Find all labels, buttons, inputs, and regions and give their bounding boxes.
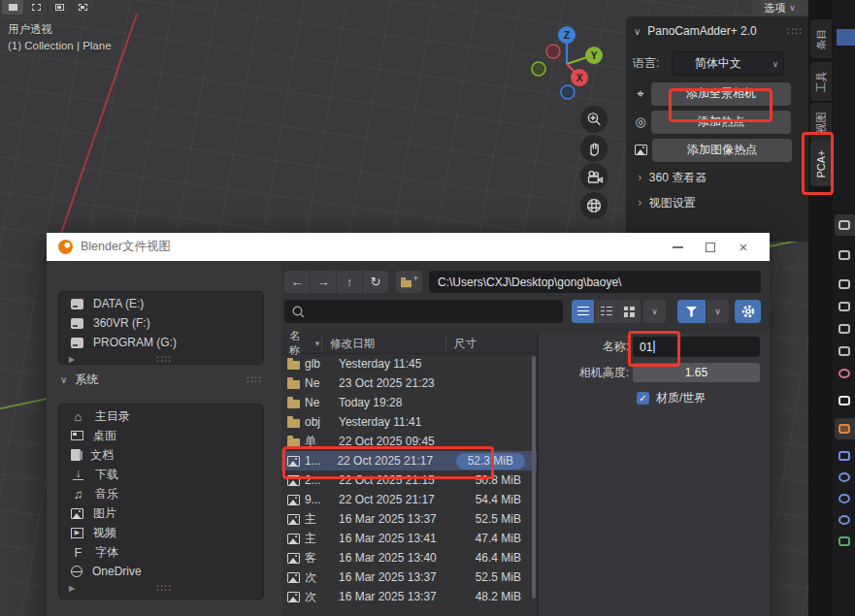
particles-icon[interactable]: [839, 472, 850, 482]
filter-button[interactable]: [677, 300, 706, 323]
file-row[interactable]: 9...22 Oct 2025 21:1754.4 MiB: [281, 490, 539, 509]
add-image-hotspot-button[interactable]: 添加图像热点: [652, 139, 792, 162]
dialog-titlebar[interactable]: Blender文件视图 ×: [47, 233, 770, 261]
sidebar-item-音乐[interactable]: ♫音乐: [59, 484, 263, 503]
sidebar-tab-视图[interactable]: 视图: [810, 103, 832, 142]
file-row[interactable]: NeToday 19:28: [281, 393, 539, 412]
panel-header[interactable]: ∨ PanoCamAdder+ 2.0 ∷∷: [626, 16, 808, 44]
file-name: 次: [305, 569, 334, 586]
properties-editor-strip: [833, 0, 855, 616]
volume-item[interactable]: PROGRAM (G:): [59, 333, 263, 352]
path-input[interactable]: C:\Users\CXJ\Desktop\gong\baoye\: [429, 271, 761, 293]
data-icon[interactable]: [839, 536, 850, 546]
object-icon[interactable]: [839, 424, 850, 434]
volume-item[interactable]: 360VR (F:): [59, 313, 263, 333]
ortho-perspective-button[interactable]: [580, 192, 608, 219]
file-row[interactable]: 2...22 Oct 2025 21:1550.8 MiB: [281, 470, 539, 490]
sidebar-tab-条目[interactable]: 条目: [810, 19, 832, 58]
display-settings-dropdown[interactable]: ∨: [643, 300, 666, 323]
search-input[interactable]: [284, 300, 563, 323]
options-dropdown-button[interactable]: 选项 ∨: [752, 0, 807, 16]
select-mode-extend-button[interactable]: [25, 0, 47, 15]
name-input[interactable]: 01: [633, 337, 760, 357]
display-thumbnails-button[interactable]: [618, 300, 641, 323]
subpanel-view-settings[interactable]: ›视图设置: [638, 193, 808, 212]
refresh-button[interactable]: ↻: [363, 271, 388, 293]
display-horizontal-list-button[interactable]: [595, 300, 617, 323]
scene-icon[interactable]: [839, 346, 850, 356]
column-name[interactable]: 名称▼: [281, 337, 322, 350]
view-layer-icon[interactable]: [839, 324, 850, 334]
forward-button[interactable]: →: [311, 271, 336, 293]
refresh-icon: ↻: [371, 275, 381, 289]
pan-button[interactable]: [580, 135, 608, 162]
add-pano-camera-button[interactable]: 添加全景相机: [651, 82, 791, 106]
modifiers-icon[interactable]: [839, 451, 850, 461]
system-expander[interactable]: ▶ ∷∷: [59, 581, 263, 595]
sidebar-tab-pca+[interactable]: PCA+: [810, 141, 832, 186]
select-mode-subtract-button[interactable]: [49, 0, 70, 15]
sidebar-item-图片[interactable]: 图片: [59, 503, 263, 523]
sidebar-item-文档[interactable]: 文档: [59, 445, 263, 465]
file-row[interactable]: objYesterday 11:41: [281, 412, 539, 432]
sidebar-tab-工具[interactable]: 工具: [810, 62, 832, 101]
file-row[interactable]: 1...22 Oct 2025 21:1752.3 MiB: [281, 451, 539, 470]
up-button[interactable]: ↑: [337, 271, 362, 293]
file-row[interactable]: 主16 Mar 2025 13:3752.5 MiB: [281, 509, 539, 529]
output-icon[interactable]: [839, 302, 850, 311]
add-hotspot-button[interactable]: 添加热点: [651, 111, 791, 134]
axis-neg-y-handle: [532, 62, 545, 76]
file-row[interactable]: 主16 Mar 2025 13:4147.4 MiB: [281, 529, 539, 548]
maximize-button[interactable]: [694, 235, 727, 260]
sidebar-item-OneDrive[interactable]: OneDrive: [59, 562, 263, 581]
sidebar-item-下载[interactable]: ↓下载: [59, 465, 263, 484]
volume-label: 360VR (F:): [93, 316, 150, 330]
volumes-expander[interactable]: ▶ ∷∷: [59, 352, 263, 366]
file-row[interactable]: 次16 Mar 2025 13:3748.2 MiB: [281, 587, 539, 606]
tool-icon[interactable]: [839, 250, 850, 260]
zoom-button[interactable]: [580, 106, 608, 133]
close-button[interactable]: ×: [727, 235, 760, 260]
subpanel-360-viewer[interactable]: ›360 查看器: [638, 168, 808, 187]
column-size[interactable]: 尺寸: [446, 337, 477, 350]
file-browser-dialog: Blender文件视图 × DATA (E:)360VR (F:)PROGRAM…: [47, 233, 770, 616]
sidebar-item-字体[interactable]: F字体: [59, 542, 263, 562]
file-row[interactable]: glbYesterday 11:45: [281, 354, 539, 373]
render-icon[interactable]: [839, 279, 850, 289]
drag-handle-icon[interactable]: ∷∷: [787, 25, 803, 38]
text-cursor: [653, 340, 655, 353]
drive-icon: [71, 338, 83, 348]
file-row[interactable]: Ne23 Oct 2025 21:23: [281, 373, 539, 393]
select-mode-new-button[interactable]: [2, 0, 23, 15]
physics-icon[interactable]: [839, 494, 850, 503]
system-section-header[interactable]: ∨ 系统 ∷∷: [60, 372, 266, 388]
volume-item[interactable]: DATA (E:): [59, 294, 263, 313]
file-row[interactable]: 客16 Mar 2025 13:4046.4 MiB: [281, 548, 539, 567]
display-vertical-list-button[interactable]: [572, 300, 594, 323]
world-icon[interactable]: [839, 369, 850, 378]
constraints-icon[interactable]: [839, 515, 850, 525]
file-list-scrollbar[interactable]: [532, 356, 536, 599]
camera-height-input[interactable]: 1.65: [633, 363, 760, 382]
new-folder-button[interactable]: +: [396, 271, 422, 293]
navigation-gizmo[interactable]: Z Y X: [518, 17, 615, 107]
back-button[interactable]: ←: [284, 271, 310, 293]
sidebar-item-视频[interactable]: ▶视频: [59, 523, 263, 542]
camera-view-button[interactable]: [580, 163, 608, 190]
settings-button[interactable]: [735, 300, 761, 323]
file-row[interactable]: 次16 Mar 2025 13:3752.5 MiB: [281, 567, 539, 587]
column-date-modified[interactable]: 修改日期: [322, 337, 446, 350]
filter-settings-dropdown[interactable]: ∨: [707, 300, 729, 323]
sidebar-item-主目录[interactable]: ⌂主目录: [59, 406, 263, 426]
sidebar-item-桌面[interactable]: 桌面: [59, 426, 263, 445]
sidebar-item-label: 字体: [95, 544, 118, 561]
search-icon: [291, 305, 306, 319]
select-mode-intersect-button[interactable]: [72, 0, 93, 15]
file-row[interactable]: 单22 Oct 2025 09:45: [281, 432, 539, 451]
outliner-selected-row[interactable]: [837, 29, 855, 46]
collection-icon[interactable]: [839, 396, 850, 405]
editor-type-icon[interactable]: [839, 220, 850, 230]
minimize-button[interactable]: [661, 235, 694, 260]
material-world-checkbox[interactable]: ✓: [637, 392, 649, 405]
language-dropdown[interactable]: 简体中文 ∨: [672, 51, 784, 76]
